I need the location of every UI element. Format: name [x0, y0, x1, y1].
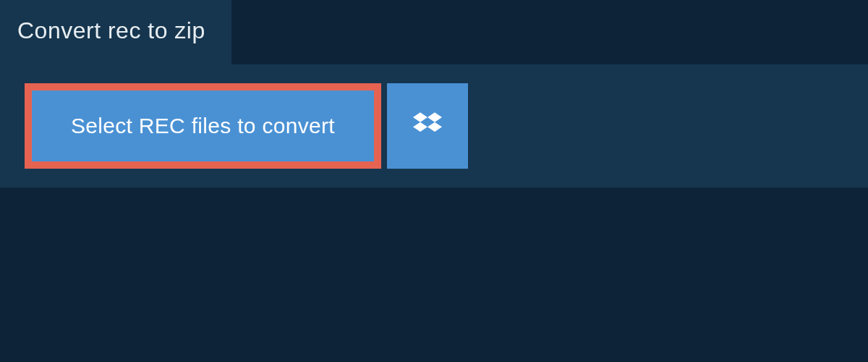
select-files-label: Select REC files to convert	[71, 114, 335, 138]
select-files-button[interactable]: Select REC files to convert	[25, 83, 381, 169]
page-title: Convert rec to zip	[0, 0, 231, 64]
button-group: Select REC files to convert	[25, 83, 868, 169]
action-panel: Select REC files to convert	[0, 64, 868, 188]
dropbox-button[interactable]	[387, 83, 468, 169]
dropbox-icon	[413, 110, 442, 142]
